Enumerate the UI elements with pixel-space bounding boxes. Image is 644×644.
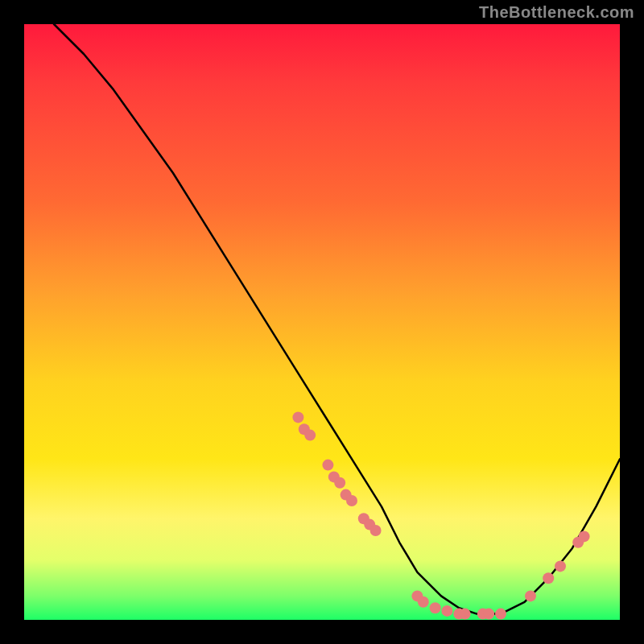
data-marker [304,430,316,441]
data-markers [292,411,589,619]
data-marker [543,572,554,584]
data-marker [441,605,452,617]
data-marker [555,560,566,572]
watermark-label: TheBottleneck.com [479,3,634,22]
data-marker [346,495,357,506]
data-marker [579,530,590,542]
data-marker [525,590,536,601]
data-marker [495,609,506,620]
data-marker [334,477,345,489]
chart-frame: TheBottleneck.com [0,0,644,644]
data-marker [370,525,382,536]
plot-area [24,24,620,620]
bottleneck-curve [54,24,620,614]
data-marker [292,411,303,423]
data-marker [430,602,441,613]
chart-svg [24,24,620,620]
data-marker [460,609,471,620]
data-marker [483,609,494,620]
data-marker [418,597,429,608]
data-marker [322,460,333,471]
